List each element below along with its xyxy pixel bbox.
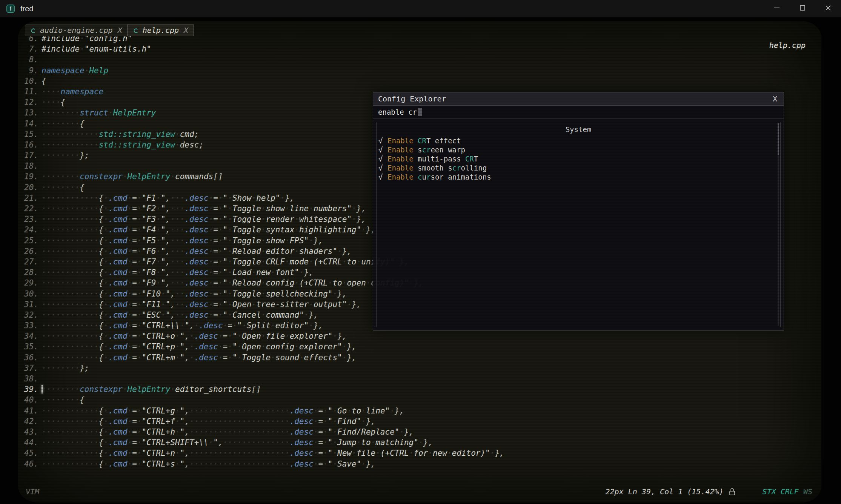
- code-line-37[interactable]: 37.········};: [22, 363, 504, 373]
- crt-frame: 6.#include·"config.h"7.#include·"enum-ut…: [0, 17, 841, 504]
- code-text: ············{·.cmd·=·"CTRL+\\·",·.desc·=…: [42, 320, 323, 331]
- tab-close-button[interactable]: X: [118, 26, 122, 35]
- close-button[interactable]: [815, 0, 841, 17]
- code-text: ············{·.cmd·=·"F10·",··.desc·=·"·…: [42, 289, 347, 299]
- code-text: ············{·.cmd·=·"F8·",···.desc·=·"·…: [42, 267, 314, 278]
- tab-help-cpp[interactable]: help.cppX: [128, 24, 194, 36]
- line-number: 24.: [22, 224, 38, 235]
- line-number: 30.: [22, 289, 38, 299]
- code-text: ····namespace: [42, 86, 103, 97]
- line-number: 41.: [22, 406, 38, 416]
- code-line-7[interactable]: 7.#include·"enum-utils.h": [22, 44, 504, 54]
- code-text: #include·"enum-utils.h": [42, 44, 151, 54]
- code-text: ············{·.cmd·=·"CTRL+m·",·.desc·=·…: [42, 352, 357, 363]
- code-text: ········constexpr·HelpEntry·commands[]: [42, 171, 223, 182]
- checkbox-checked-icon: √: [378, 137, 387, 145]
- code-text: ············std::string_view·cmd;: [42, 129, 199, 140]
- line-number: 40.: [22, 395, 38, 405]
- code-text: ········{: [42, 182, 85, 193]
- code-text: ········{: [42, 118, 85, 129]
- line-number: 46.: [22, 459, 38, 469]
- filename-overlay: help.cpp: [769, 41, 806, 50]
- line-number: 31.: [22, 299, 38, 310]
- line-number: 34.: [22, 331, 38, 341]
- line-number: 33.: [22, 320, 38, 331]
- code-line-43[interactable]: 43.············{·.cmd·=·"CTRL+h·",······…: [22, 427, 504, 437]
- tab-label: help.cpp: [143, 26, 179, 35]
- code-line-35[interactable]: 35.············{·.cmd·=·"CTRL+p·",·.desc…: [22, 341, 504, 352]
- code-line-10[interactable]: 10.{: [22, 76, 504, 86]
- editor-screen: 6.#include·"config.h"7.#include·"enum-ut…: [18, 21, 821, 502]
- status-flag-ws: WS: [803, 487, 812, 496]
- code-text: ············{·.cmd·=·"F6·",···.desc·=·"·…: [42, 246, 352, 257]
- minimize-button[interactable]: [764, 0, 790, 17]
- code-line-38[interactable]: 38.: [22, 373, 504, 384]
- code-line-45[interactable]: 45.············{·.cmd·=·"CTRL+n·",······…: [22, 448, 504, 458]
- code-text: ············{·.cmd·=·"CTRL+g·",·········…: [42, 406, 404, 416]
- line-number: 38.: [22, 373, 38, 384]
- config-item-3[interactable]: √Enable smooth scrolling: [377, 163, 780, 172]
- svg-text:f: f: [10, 6, 11, 12]
- line-number: 12.: [22, 97, 38, 108]
- line-number: 29.: [22, 278, 38, 288]
- scrollbar-thumb[interactable]: [778, 123, 779, 155]
- code-line-8[interactable]: 8.: [22, 54, 504, 65]
- config-item-list: √Enable CRT effect√Enable screen warp√En…: [377, 136, 780, 181]
- code-text: ············{·.cmd·=·"F1·",···.desc·=·"·…: [42, 193, 294, 203]
- status-flags: STXCRLFWS: [763, 487, 812, 496]
- line-number: 26.: [22, 246, 38, 257]
- code-text: ········};: [42, 363, 89, 373]
- code-line-36[interactable]: 36.············{·.cmd·=·"CTRL+m·",·.desc…: [22, 352, 504, 363]
- line-number: 37.: [22, 363, 38, 373]
- checkbox-checked-icon: √: [378, 155, 387, 163]
- line-number: 28.: [22, 267, 38, 278]
- code-line-42[interactable]: 42.············{·.cmd·=·"CTRL+f·",······…: [22, 416, 504, 427]
- checkbox-checked-icon: √: [378, 173, 387, 181]
- code-text: namespace·Help: [42, 65, 108, 76]
- config-explorer-header: Config Explorer X: [373, 92, 784, 106]
- line-number: 15.: [22, 129, 38, 140]
- maximize-icon: [799, 4, 806, 14]
- config-explorer-title: Config Explorer: [378, 94, 446, 103]
- maximize-button[interactable]: [790, 0, 815, 17]
- config-item-4[interactable]: √Enable cursor animations: [377, 172, 780, 181]
- code-line-39[interactable]: 39.········constexpr·HelpEntry·editor_sh…: [22, 384, 504, 395]
- config-item-2[interactable]: √Enable multi-pass CRT: [377, 154, 780, 163]
- line-number: 11.: [22, 86, 38, 97]
- config-item-label: Enable CRT effect: [387, 137, 461, 145]
- code-text: {: [42, 76, 46, 86]
- code-text: ············{·.cmd·=·"CTRL+SHIFT+\\·",··…: [42, 437, 433, 448]
- line-number: 32.: [22, 310, 38, 320]
- status-flag-stx: STX: [763, 487, 776, 496]
- vim-mode-indicator: VIM: [26, 487, 39, 496]
- code-line-46[interactable]: 46.············{·.cmd·=·"CTRL+s·",······…: [22, 459, 504, 469]
- lock-icon: [729, 487, 735, 496]
- code-line-41[interactable]: 41.············{·.cmd·=·"CTRL+g·",······…: [22, 406, 504, 416]
- code-line-44[interactable]: 44.············{·.cmd·=·"CTRL+SHIFT+\\·"…: [22, 437, 504, 448]
- code-text: ····{: [42, 97, 65, 108]
- checkbox-checked-icon: √: [378, 146, 387, 154]
- tab-close-button[interactable]: X: [184, 26, 188, 35]
- tab-label: audio-engine.cpp: [40, 26, 113, 35]
- line-number: 35.: [22, 341, 38, 352]
- tab-audio-engine-cpp[interactable]: audio-engine.cppX: [25, 24, 128, 36]
- config-search-input[interactable]: enable cr: [373, 106, 784, 119]
- line-number: 10.: [22, 76, 38, 86]
- line-number: 19.: [22, 171, 38, 182]
- tab-bar: audio-engine.cppXhelp.cppX: [25, 24, 194, 36]
- code-line-34[interactable]: 34.············{·.cmd·=·"CTRL+o·",·.desc…: [22, 331, 504, 341]
- code-line-9[interactable]: 9.namespace·Help: [22, 65, 504, 76]
- line-number: 25.: [22, 235, 38, 246]
- config-item-label: Enable smooth scrolling: [387, 164, 487, 172]
- config-item-0[interactable]: √Enable CRT effect: [377, 136, 780, 145]
- config-item-1[interactable]: √Enable screen warp: [377, 145, 780, 154]
- line-number: 8.: [22, 54, 38, 65]
- config-item-label: Enable cursor animations: [387, 173, 491, 181]
- config-close-button[interactable]: X: [771, 94, 779, 103]
- line-number: 44.: [22, 437, 38, 448]
- config-list-container: System √Enable CRT effect√Enable screen …: [376, 122, 781, 327]
- code-line-40[interactable]: 40.········{: [22, 395, 504, 405]
- code-text: ········constexpr·HelpEntry·editor_short…: [42, 384, 261, 395]
- config-scrollbar[interactable]: [778, 123, 779, 326]
- code-text: ············{·.cmd·=·"CTRL+p·",·.desc·=·…: [42, 341, 357, 352]
